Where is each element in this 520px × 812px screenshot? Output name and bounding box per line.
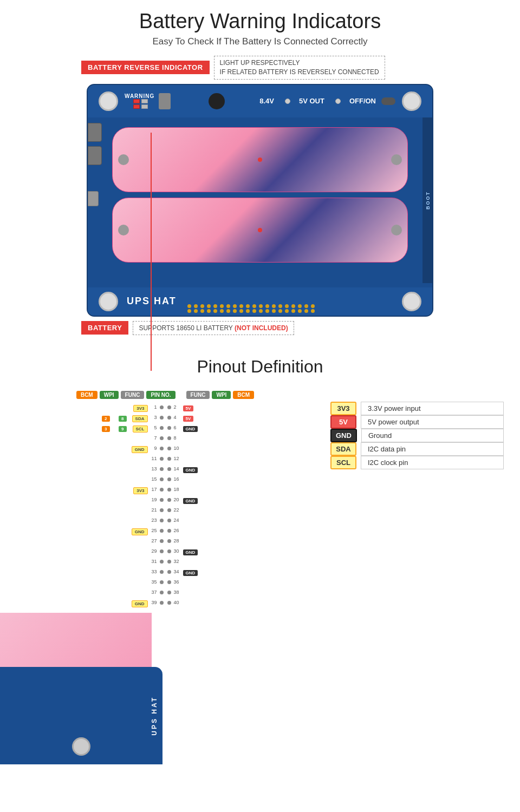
annotation-vline [151,133,152,371]
dot-right [167,416,171,420]
indicator-desc: LIGHT UP RESPECTIVELY IF RELATED BATTERY… [214,56,385,80]
dot-right [167,426,171,430]
func-l: 3V3 [133,405,147,412]
legend-item: 5V 5V power output [330,415,504,429]
pin-num-l: 19 [150,497,157,502]
pin-row: 33 34 GND [90,567,240,577]
legend-desc: 3.3V power input [361,402,504,415]
bottom-ups-hat: UPS HAT [151,696,158,736]
header: Battery Warning Indicators Easy To Check… [0,0,520,50]
header-bcm-l: BCM [76,391,98,399]
battery-reverse-badge: BATTERY REVERSE INDICATOR [81,61,210,74]
dot-left [160,519,164,522]
dot-right [167,508,171,512]
dot-indicator-2 [335,99,341,104]
pin-num-r: 34 [174,569,181,574]
header-func-r: FUNC [186,391,210,399]
dot-right [167,549,171,553]
pin-num-l: 21 [150,507,157,513]
dot-left [160,436,164,440]
func-r: GND [183,570,198,576]
dot-right [167,447,171,450]
func-l: GND [132,600,148,607]
gpio-header: // generated in CSS [187,290,328,313]
func-r: GND [183,467,198,473]
dot-left [160,560,164,564]
bottom-board-area: UPS HAT [0,613,520,764]
usb-port [159,93,171,109]
pinout-legend: 3V3 3.3V power input 5V 5V power output … [330,391,504,469]
pinout-section: Pinout Definition [0,340,520,391]
dot-right [167,560,171,564]
pinout-diagram-area: BCM WPI FUNC PIN NO. FUNC WPI BCM 3V3 1 … [16,391,314,607]
pin-num-r: 24 [174,518,181,523]
legend-desc: I2C clock pin [361,456,504,469]
pin-num-r: 18 [174,487,181,492]
not-included-text: (NOT INCLUDED) [235,324,288,332]
dot-right [167,529,171,533]
pin-num-r: 2 [174,404,181,410]
dot-left [160,529,164,533]
func-r: 5V [183,405,194,411]
pin-row: 3V3 17 18 [90,484,240,494]
warning-label: WARNING [125,93,154,99]
pin-num-l: 13 [150,466,157,472]
pinout-content: BCM WPI FUNC PIN NO. FUNC WPI BCM 3V3 1 … [0,391,520,607]
pin-num-l: 27 [150,538,157,543]
legend-item: 3V3 3.3V power input [330,402,504,415]
dot-left [160,488,164,492]
pin-num-l: 33 [150,569,157,574]
legend-item: SDA I2C data pin [330,442,504,456]
pin-rows: 3V3 1 2 5V 2 8 SDA 3 4 5V 3 9 SCL 5 6 GN… [16,402,314,607]
dot-right [167,601,171,605]
pin-row: 19 20 GND [90,495,240,505]
battery-1-redpoint [258,158,262,162]
dot-left [160,457,164,461]
header-pinno: PIN NO. [146,391,175,399]
corner-circle-br [402,292,421,311]
indicator-gray-2 [141,104,148,109]
page-subtitle: Easy To Check If The Battery Is Connecte… [5,36,515,47]
func-r: 5V [183,416,194,422]
pin-num-r: 4 [174,415,181,420]
dot-left [160,508,164,512]
dot-left [160,416,164,420]
dot-right [167,405,171,409]
dot-right [167,488,171,492]
toggle-switch[interactable] [381,97,395,105]
battery-badge: BATTERY [81,321,128,335]
pin-num-l: 29 [150,548,157,554]
dot-left [160,570,164,574]
dot-left [160,498,164,502]
5v-label: 5V OUT [299,97,324,105]
pin-row: 7 8 [90,433,240,443]
pin-row: 23 24 [90,515,240,525]
header-func-l: FUNC [121,391,145,399]
dot-right [167,436,171,440]
pin-row: 3 9 SCL 5 6 GND [90,423,240,433]
legend-badge: SDA [330,442,356,456]
dot-left [160,591,164,594]
dot-indicator [285,99,290,104]
legend-desc: I2C data pin [361,442,504,456]
pin-num-l: 37 [150,590,157,595]
dot-left [160,405,164,409]
pin-header-row: BCM WPI FUNC PIN NO. FUNC WPI BCM [16,391,314,399]
header-bcm-r: BCM [233,391,254,399]
pin-row: 11 12 [90,454,240,463]
offon-label: OFF/ON [349,97,376,105]
pin-num-l: 5 [150,425,157,430]
legend-badge: GND [330,429,357,442]
header-wpi-l: WPI [100,391,119,399]
func-l: SCL [133,425,148,433]
battery-section: BATTERY REVERSE INDICATOR LIGHT UP RESPE… [0,50,520,340]
bottom-board-blue: UPS HAT [0,667,162,764]
pin-num-l: 25 [150,528,157,533]
legend-badge: 5V [330,415,356,429]
pin-num-l: 11 [150,456,157,461]
pin-num-r: 40 [174,600,181,605]
bottom-circle-screw [72,737,90,756]
pinout-title: Pinout Definition [11,357,509,377]
indicator-group [133,99,148,109]
battery-annotation-row: BATTERY SUPPORTS 18650 LI BATTERY (NOT I… [81,321,471,336]
